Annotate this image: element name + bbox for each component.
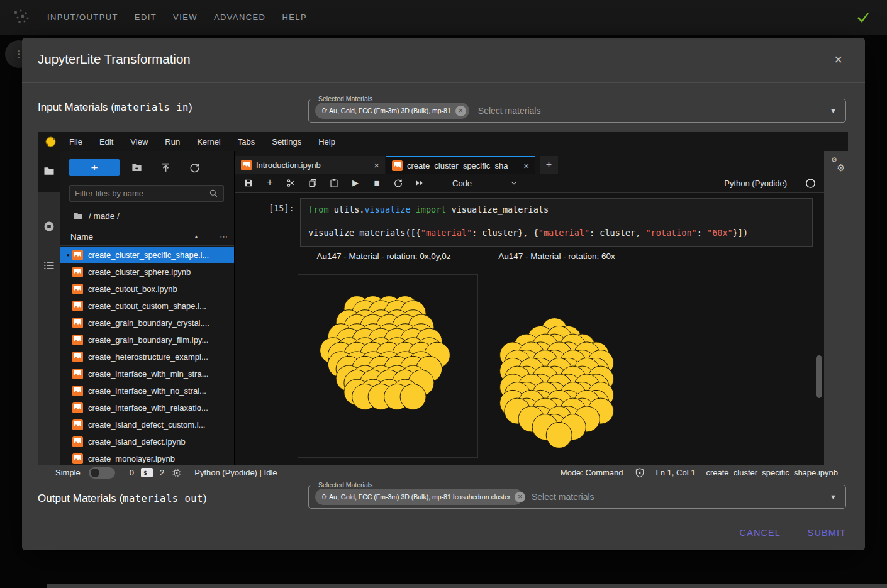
file-row[interactable]: create_grain_boundary_film.ipy... [60, 331, 234, 348]
jupyter-menu-item[interactable]: Run [165, 137, 180, 147]
ellipsis-icon[interactable]: ⋯ [220, 232, 228, 241]
chevron-down-icon[interactable]: ▼ [830, 493, 837, 501]
app-menu-item[interactable]: INPUT/OUTPUT [47, 13, 118, 22]
file-row[interactable]: create_grain_boundary_crystal.... [60, 314, 234, 331]
file-name: create_grain_boundary_film.ipy... [88, 335, 208, 345]
jupyter-menu-item[interactable]: Help [318, 137, 335, 147]
activity-tab-files[interactable] [38, 151, 60, 192]
copy-cells-icon[interactable] [308, 178, 318, 188]
kernel-sessions-cpu-icon[interactable] [171, 467, 182, 479]
simple-mode-toggle[interactable] [89, 467, 115, 479]
new-launcher-button[interactable]: + [69, 159, 120, 176]
transformation-settings-gears-icon[interactable]: ⚙ ⚙ [831, 157, 847, 174]
app-menu-item[interactable]: VIEW [173, 13, 198, 22]
app-menu-item[interactable]: ADVANCED [214, 13, 265, 22]
restart-run-all-icon[interactable] [415, 178, 425, 188]
file-row[interactable]: create_cutout_box.ipynb [60, 280, 234, 297]
plus-icon: + [546, 159, 552, 170]
material-chip-label: 0: Au, Gold, FCC (Fm-3m) 3D (Bulk), mp-8… [322, 107, 451, 114]
scrollbar-thumb[interactable] [816, 355, 822, 398]
cell-type-dropdown[interactable]: Code [452, 179, 472, 188]
jupyter-menu-item[interactable]: View [130, 137, 148, 147]
paste-cells-icon[interactable] [329, 178, 339, 188]
table-of-contents-icon[interactable] [43, 259, 55, 272]
cut-cells-icon[interactable] [286, 178, 296, 188]
chip-remove-icon[interactable]: × [455, 106, 466, 116]
gear-icon-small: ⚙ [831, 156, 837, 164]
app-menu-item[interactable]: EDIT [135, 13, 157, 22]
notebook-icon [72, 250, 83, 260]
file-row[interactable]: create_cutout_custom_shape.i... [60, 297, 234, 314]
app-menu-item[interactable]: HELP [282, 13, 307, 22]
file-name: create_cluster_sphere.ipynb [88, 267, 191, 277]
restart-kernel-icon[interactable] [393, 178, 403, 188]
notebook-icon [72, 335, 83, 345]
new-tab-button[interactable]: + [540, 156, 558, 174]
input-label-prefix: Input Materials ( [38, 101, 114, 113]
jupyter-status-bar: Simple 0 $_ 2 Python (Pyodide) | Idle Mo… [38, 465, 849, 480]
filter-files-input[interactable]: Filter files by name [69, 185, 224, 202]
upload-icon[interactable] [160, 162, 172, 174]
chip-remove-icon[interactable]: × [515, 492, 525, 502]
dialog-close-icon[interactable]: × [834, 53, 842, 67]
cluster-visualization [235, 262, 825, 465]
file-row[interactable]: ●create_cluster_specific_shape.i... [60, 247, 234, 263]
jupyterlite-panel: FileEditViewRunKernelTabsSettingsHelp + [38, 132, 824, 465]
status-bar-right: Mode: Command Ln 1, Col 1 create_cluster… [561, 467, 838, 479]
file-row[interactable]: create_interface_with_no_strai... [60, 382, 234, 399]
code-line: visualize_materials([{"material": cluste… [308, 227, 805, 239]
file-row[interactable]: create_interface_with_min_stra... [60, 365, 234, 382]
material-chip[interactable]: 0: Au, Gold, FCC (Fm-3m) 3D (Bulk), mp-8… [315, 103, 469, 119]
interrupt-kernel-icon[interactable]: ■ [372, 178, 382, 188]
tab-introduction[interactable]: Introduction.ipynb × [235, 156, 385, 174]
save-icon[interactable] [243, 178, 254, 188]
file-row[interactable]: create_cluster_sphere.ipynb [60, 263, 234, 280]
kernel-status-text[interactable]: Python (Pyodide) | Idle [194, 468, 277, 477]
cursor-position[interactable]: Ln 1, Col 1 [656, 468, 696, 477]
jupyter-menu-item[interactable]: Kernel [197, 137, 221, 147]
cancel-button[interactable]: CANCEL [740, 522, 781, 543]
add-cell-icon[interactable]: + [265, 178, 275, 188]
jupyter-menu-item[interactable]: Edit [99, 137, 113, 147]
jupyter-menu-item[interactable]: Tabs [238, 137, 255, 147]
chevron-down-icon[interactable]: ▼ [830, 107, 837, 114]
close-tab-icon[interactable]: × [374, 160, 379, 170]
file-list-header[interactable]: Name ▲ ⋯ [60, 228, 234, 246]
notebook-tab-bar: Introduction.ipynb × create_cluster_spec… [235, 151, 824, 174]
file-row[interactable]: create_island_defect_custom.i... [60, 416, 234, 433]
chevron-down-icon[interactable] [510, 179, 518, 187]
trusted-shield-icon[interactable] [634, 467, 645, 479]
running-kernels-icon[interactable] [43, 220, 55, 233]
terminal-icon[interactable]: $_ [141, 468, 153, 477]
kernel-name-button[interactable]: Python (Pyodide) [724, 179, 787, 188]
file-list: ●create_cluster_specific_shape.i...creat… [60, 247, 234, 465]
jupyter-menu-item[interactable]: Settings [272, 137, 301, 147]
file-row[interactable]: create_interface_with_relaxatio... [60, 399, 234, 416]
code-cell-editor[interactable]: from utils.visualize import visualize_ma… [300, 198, 813, 247]
notebook-content[interactable]: [15]: from utils.visualize import visual… [235, 193, 824, 465]
check-icon[interactable] [856, 9, 871, 25]
new-folder-icon[interactable] [131, 162, 143, 174]
file-row[interactable]: create_island_defect.ipynb [60, 433, 234, 450]
app-logo-dots-icon [11, 8, 31, 26]
notebook-icon [72, 318, 83, 328]
notebook-toolbar: + ▶ ■ [235, 174, 824, 193]
tab-label: Introduction.ipynb [256, 160, 321, 170]
submit-button[interactable]: SUBMIT [808, 522, 846, 543]
breadcrumb[interactable]: / made / [73, 209, 120, 222]
close-tab-icon[interactable]: × [523, 160, 529, 171]
refresh-icon[interactable] [189, 162, 201, 174]
output-materials-select[interactable]: Selected Materials 0: Au, Gold, FCC (Fm-… [308, 485, 846, 509]
file-row[interactable]: create_heterostructure_exampl... [60, 348, 234, 365]
file-row[interactable]: create_monolayer.ipynb [60, 450, 234, 465]
input-materials-select[interactable]: Selected Materials 0: Au, Gold, FCC (Fm-… [308, 99, 846, 123]
input-materials-label: Input Materials (materials_in) [38, 101, 192, 114]
kernel-status-icon[interactable] [805, 178, 816, 189]
notebook-icon [72, 267, 83, 277]
command-mode-indicator[interactable]: Mode: Command [561, 468, 623, 477]
jupyter-menu-item[interactable]: File [69, 137, 82, 147]
tab-create-cluster-specific-shape[interactable]: create_cluster_specific_sha × [386, 156, 535, 174]
material-chip[interactable]: 0: Au, Gold, FCC (Fm-3m) 3D (Bulk), mp-8… [315, 489, 523, 505]
run-cell-icon[interactable]: ▶ [350, 178, 360, 188]
notebook-icon [72, 386, 83, 396]
